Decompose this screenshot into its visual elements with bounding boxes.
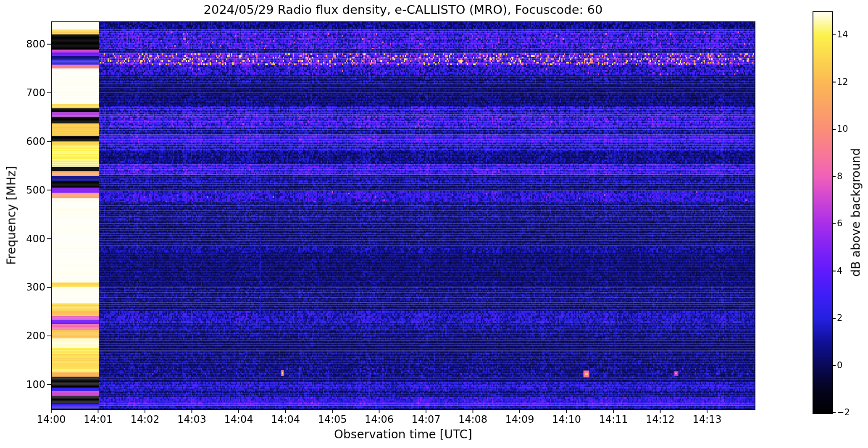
colorbar-tick-label: 4	[837, 266, 842, 276]
y-tick-label: 500	[0, 184, 45, 196]
colorbar-tick-label: 6	[837, 218, 842, 229]
y-tick-label: 400	[0, 233, 45, 245]
spectrogram-heatmap	[0, 0, 868, 448]
x-tick-label: 14:08	[448, 413, 498, 426]
colorbar-tick-label: 8	[837, 171, 842, 182]
y-tick-label: 700	[0, 86, 45, 99]
x-tick-label: 14:10	[542, 413, 592, 426]
y-tick-label: 600	[0, 135, 45, 148]
x-tick-label: 14:11	[588, 413, 639, 426]
x-tick-label: 14:00	[26, 413, 76, 426]
colorbar-tick-label: 2	[837, 313, 842, 323]
colorbar-tick-label: 0	[837, 360, 842, 371]
figure: 2024/05/29 Radio flux density, e-CALLIST…	[0, 0, 868, 448]
chart-title: 2024/05/29 Radio flux density, e-CALLIST…	[51, 3, 755, 17]
x-tick-label: 14:04	[213, 413, 264, 426]
x-tick-label: 14:01	[73, 413, 124, 426]
x-tick-label: 14:09	[494, 413, 545, 426]
x-tick-label: 14:05	[307, 413, 358, 426]
colorbar-tick-label: 10	[837, 124, 848, 134]
y-tick-label: 800	[0, 38, 45, 50]
x-tick-label: 14:02	[120, 413, 170, 426]
colorbar-tick-label: 12	[837, 77, 848, 87]
colorbar-tick-label: −2	[837, 407, 850, 418]
x-axis-label: Observation time [UTC]	[51, 427, 755, 441]
y-tick-label: 200	[0, 330, 45, 342]
y-tick-label: 300	[0, 281, 45, 293]
y-tick-label: 100	[0, 378, 45, 391]
y-axis-label: Frequency [MHz]	[5, 166, 18, 265]
x-tick-label: 14:12	[635, 413, 686, 426]
x-tick-label: 14:04	[260, 413, 311, 426]
colorbar-tick-label: 14	[837, 29, 848, 40]
colorbar-label: dB above background	[849, 148, 863, 277]
x-tick-label: 14:07	[401, 413, 451, 426]
x-tick-label: 14:06	[354, 413, 405, 426]
x-tick-label: 14:13	[682, 413, 732, 426]
x-tick-label: 14:03	[167, 413, 217, 426]
